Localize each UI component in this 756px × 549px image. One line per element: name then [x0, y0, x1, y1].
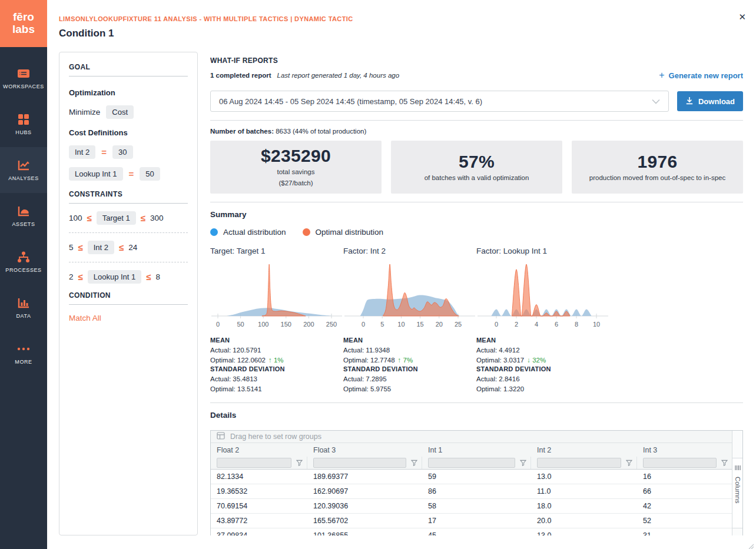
table-row[interactable]: 43.89772165.567021720.052 [211, 514, 732, 528]
column-header[interactable]: Int 3 [637, 446, 732, 454]
grid-body: 82.1334189.693775913.01619.36532162.9069… [211, 470, 732, 535]
constraint-max: 300 [150, 214, 164, 222]
constraint-min: 2 [69, 272, 74, 281]
optimization-label: Optimization [69, 88, 188, 97]
match-all-link[interactable]: Match All [69, 314, 101, 322]
columns-side-tab[interactable]: Columns [732, 458, 742, 528]
svg-text:20: 20 [436, 321, 443, 328]
sidebar-item-data[interactable]: DATA [0, 285, 47, 331]
lte-operator: ≤ [87, 213, 92, 223]
table-cell: 17 [422, 517, 531, 525]
svg-text:8: 8 [575, 321, 578, 328]
table-cell: 59 [422, 473, 531, 481]
table-row[interactable]: 82.1334189.693775913.016 [211, 470, 732, 484]
table-cell: 13.0 [531, 531, 637, 535]
std-optimal: Optimal: 1.3220 [476, 384, 609, 394]
analyses-icon [16, 159, 31, 172]
summary-heading: Summary [210, 210, 743, 219]
column-header[interactable]: Int 2 [531, 446, 637, 454]
filter-funnel-icon[interactable] [296, 460, 303, 466]
sidebar-item-assets[interactable]: ASSETS [0, 193, 47, 239]
column-header[interactable]: Float 3 [307, 446, 422, 454]
filter-funnel-icon[interactable] [721, 460, 728, 466]
distribution-chart: 050100150200250 [210, 257, 343, 331]
lte-operator: ≤ [119, 242, 124, 252]
svg-text:150: 150 [281, 321, 291, 328]
goal-panel: GOAL Optimization Minimize Cost Cost Def… [59, 52, 198, 535]
table-cell: 31 [637, 531, 732, 535]
cost-factor-pill: Int 2 [69, 145, 95, 159]
data-icon [16, 297, 31, 310]
columns-icon [735, 463, 741, 473]
close-icon[interactable]: ✕ [738, 12, 746, 21]
column-filter-cell [307, 457, 422, 469]
table-row[interactable]: 19.36532162.906978611.066 [211, 484, 732, 499]
assets-icon [16, 205, 31, 218]
processes-icon [16, 251, 31, 264]
filter-input[interactable] [313, 458, 406, 468]
sidebar-item-processes[interactable]: PROCESSES [0, 239, 47, 285]
row-group-dropzone[interactable]: Drag here to set row groups [211, 431, 732, 444]
svg-text:4: 4 [535, 321, 538, 328]
main-panel: LIMSONLYLOOKUPFIXTURE 11 ANALYSIS - WITH… [47, 0, 756, 549]
svg-text:200: 200 [303, 321, 314, 328]
report-select[interactable]: 06 Aug 2024 14:45 - 05 Sep 2024 14:45 (t… [210, 91, 669, 112]
chart-title: Factor: Lookup Int 1 [476, 247, 609, 256]
chevron-down-icon [652, 97, 660, 106]
svg-text:0: 0 [362, 321, 365, 328]
table-cell: 120.39036 [307, 502, 422, 510]
table-cell: 58 [422, 502, 531, 510]
table-row[interactable]: 70.69154120.390365818.042 [211, 499, 732, 514]
constraint-max: 8 [156, 272, 161, 281]
column-filter-cell [211, 457, 307, 469]
filter-funnel-icon[interactable] [626, 460, 632, 466]
whatif-reports-heading: WHAT-IF REPORTS [210, 56, 743, 65]
mean-delta: ↓ 32% [527, 357, 546, 364]
column-filter-cell [422, 457, 531, 469]
sidebar-item-label: HUBS [15, 129, 31, 135]
sidebar-item-workspaces[interactable]: WORKSPACES [0, 55, 47, 101]
resize-grip-icon[interactable] [748, 541, 754, 547]
chart-stats: MEAN Actual: 120.5791 Optimal: 122.0602↑… [210, 336, 343, 394]
table-cell: 165.56702 [307, 517, 422, 525]
sidebar-item-analyses[interactable]: ANALYSES [0, 147, 47, 193]
filter-funnel-icon[interactable] [520, 460, 526, 466]
table-cell: 37.09834 [211, 531, 307, 535]
filter-input[interactable] [537, 458, 621, 468]
legend-dot-actual [210, 228, 218, 236]
filter-input[interactable] [428, 458, 515, 468]
mean-label: MEAN [210, 336, 343, 345]
minimize-value-pill: Cost [106, 105, 134, 119]
sidebar-item-hubs[interactable]: HUBS [0, 101, 47, 147]
filter-funnel-icon[interactable] [411, 460, 417, 466]
table-cell: 52 [637, 517, 732, 525]
download-label: Download [698, 97, 735, 106]
sidebar-item-more[interactable]: MORE [0, 331, 47, 377]
distribution-charts-row: Target: Target 1 050100150200250 MEAN Ac… [210, 247, 743, 394]
table-cell: 86 [422, 487, 531, 495]
chart-title: Target: Target 1 [210, 247, 343, 256]
table-cell: 70.69154 [211, 502, 307, 510]
filter-input[interactable] [217, 458, 291, 468]
generate-new-report-button[interactable]: + Generate new report [659, 71, 743, 80]
batches-summary: Number of batches: 8633 (44% of total pr… [210, 128, 743, 135]
batches-label: Number of batches: [210, 128, 274, 135]
table-row[interactable]: 37.09834101.368554513.031 [211, 528, 732, 535]
sidebar-item-label: WORKSPACES [3, 84, 44, 89]
table-cell: 43.89772 [211, 517, 307, 525]
column-header[interactable]: Float 2 [211, 446, 307, 454]
download-button[interactable]: Download [677, 91, 743, 111]
minimize-label: Minimize [69, 108, 100, 117]
app-logo[interactable]: fēro labs [0, 0, 47, 47]
chart-block-int2: Factor: Int 2 0510152025 MEAN Actual: 11… [343, 247, 476, 394]
svg-text:0: 0 [216, 321, 220, 328]
svg-text:15: 15 [416, 321, 423, 328]
filter-input[interactable] [643, 458, 717, 468]
report-content: WHAT-IF REPORTS 1 completed report Last … [210, 53, 743, 535]
mean-actual: Actual: 11.9348 [343, 345, 476, 355]
constraint-row: 5 ≤ Int 2 ≤ 24 [69, 233, 188, 262]
workspaces-icon [16, 67, 31, 80]
generate-new-report-label: Generate new report [669, 71, 743, 80]
column-header[interactable]: Int 1 [422, 446, 531, 454]
hubs-icon [16, 113, 31, 126]
